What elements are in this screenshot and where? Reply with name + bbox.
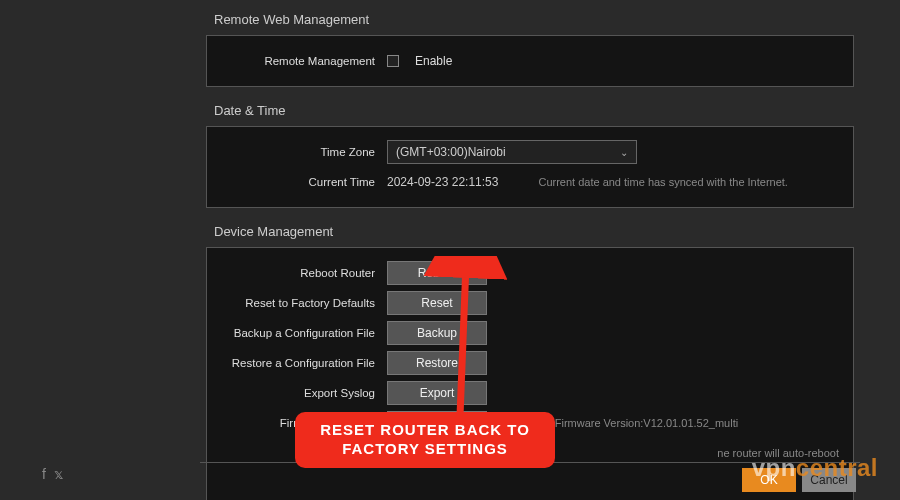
reboot-button[interactable]: Reboot bbox=[387, 261, 487, 285]
watermark: vpncentral bbox=[752, 454, 878, 482]
watermark-b: central bbox=[796, 454, 878, 481]
facebook-icon[interactable]: f bbox=[42, 466, 46, 482]
label-timezone: Time Zone bbox=[217, 146, 387, 158]
section-title-device: Device Management bbox=[200, 218, 860, 243]
checkbox-remote-enable[interactable] bbox=[387, 55, 399, 67]
export-button[interactable]: Export bbox=[387, 381, 487, 405]
select-timezone-value: (GMT+03:00)Nairobi bbox=[396, 145, 506, 159]
label-backup: Backup a Configuration File bbox=[217, 327, 387, 339]
reset-button[interactable]: Reset bbox=[387, 291, 487, 315]
label-reboot: Reboot Router bbox=[217, 267, 387, 279]
row-restore: Restore a Configuration File Restore bbox=[217, 348, 843, 378]
label-restore: Restore a Configuration File bbox=[217, 357, 387, 369]
row-reboot: Reboot Router Reboot bbox=[217, 258, 843, 288]
row-reset: Reset to Factory Defaults Reset bbox=[217, 288, 843, 318]
restore-button[interactable]: Restore bbox=[387, 351, 487, 375]
label-export: Export Syslog bbox=[217, 387, 387, 399]
twitter-icon[interactable]: 𝕩 bbox=[54, 466, 63, 482]
section-title-datetime: Date & Time bbox=[200, 97, 860, 122]
label-remote-management: Remote Management bbox=[217, 55, 387, 67]
backup-button[interactable]: Backup bbox=[387, 321, 487, 345]
row-timezone: Time Zone (GMT+03:00)Nairobi ⌄ bbox=[217, 137, 843, 167]
watermark-a: vpn bbox=[752, 454, 796, 481]
chevron-down-icon: ⌄ bbox=[620, 147, 628, 158]
select-timezone[interactable]: (GMT+03:00)Nairobi ⌄ bbox=[387, 140, 637, 164]
panel-datetime: Time Zone (GMT+03:00)Nairobi ⌄ Current T… bbox=[206, 126, 854, 208]
row-current-time: Current Time 2024-09-23 22:11:53 Current… bbox=[217, 167, 843, 197]
row-backup: Backup a Configuration File Backup bbox=[217, 318, 843, 348]
annotation-callout: RESET ROUTER BACK TO FACTORY SETTINGS bbox=[295, 412, 555, 468]
row-remote-management: Remote Management Enable bbox=[217, 46, 843, 76]
row-export: Export Syslog Export bbox=[217, 378, 843, 408]
label-reset: Reset to Factory Defaults bbox=[217, 297, 387, 309]
social-links: f 𝕩 bbox=[42, 466, 63, 482]
hint-time-sync: Current date and time has synced with th… bbox=[538, 176, 787, 188]
panel-remote: Remote Management Enable bbox=[206, 35, 854, 87]
value-current-time: 2024-09-23 22:11:53 bbox=[387, 175, 528, 189]
label-current-time: Current Time bbox=[217, 176, 387, 188]
checkbox-label-enable: Enable bbox=[415, 54, 452, 68]
section-title-remote: Remote Web Management bbox=[200, 6, 860, 31]
